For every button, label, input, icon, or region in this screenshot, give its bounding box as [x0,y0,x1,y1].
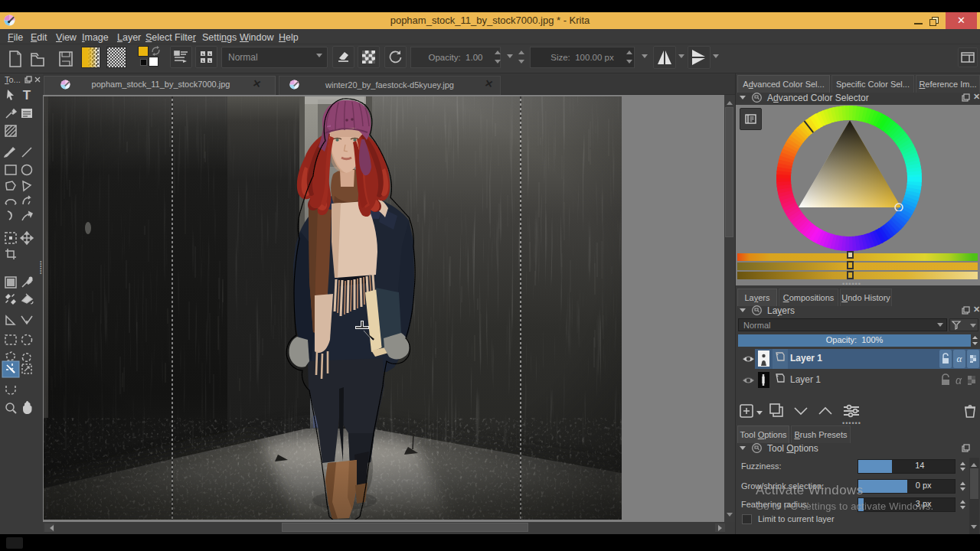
svg-text:α: α [956,374,962,386]
svg-text:T: T [23,88,31,103]
